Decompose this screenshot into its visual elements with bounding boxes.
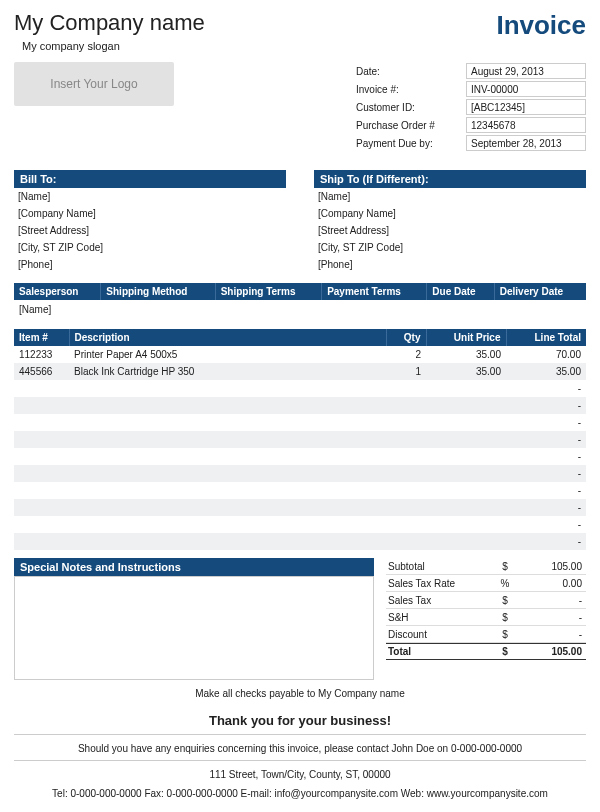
item-qty[interactable] [386,499,426,516]
ship-to-line[interactable]: [Street Address] [314,222,586,239]
item-price[interactable] [426,380,506,397]
item-description[interactable]: Black Ink Cartridge HP 350 [69,363,386,380]
item-price[interactable] [426,414,506,431]
item-line-total: 70.00 [506,346,586,363]
totals-block: Subtotal$105.00 Sales Tax Rate%0.00 Sale… [386,558,586,680]
item-number[interactable] [14,397,69,414]
meta-customer-value[interactable]: [ABC12345] [466,99,586,115]
item-qty[interactable]: 1 [386,363,426,380]
taxrate-value[interactable]: 0.00 [516,575,586,592]
col-shipterms: Shipping Terms [215,283,322,300]
sales-cell[interactable] [494,300,586,319]
item-qty[interactable] [386,533,426,550]
item-description[interactable] [69,397,386,414]
line-item-row[interactable]: - [14,414,586,431]
sales-cell[interactable]: [Name] [14,300,101,319]
item-qty[interactable] [386,380,426,397]
item-qty[interactable] [386,516,426,533]
line-item-row[interactable]: 112233Printer Paper A4 500x5235.0070.00 [14,346,586,363]
bill-to-line[interactable]: [Name] [14,188,286,205]
item-qty[interactable]: 2 [386,346,426,363]
item-price[interactable] [426,465,506,482]
bill-to-line[interactable]: [Street Address] [14,222,286,239]
item-number[interactable] [14,482,69,499]
item-qty[interactable] [386,431,426,448]
item-number[interactable] [14,516,69,533]
meta-po-value[interactable]: 12345678 [466,117,586,133]
item-description[interactable] [69,431,386,448]
sales-cell[interactable] [322,300,427,319]
line-item-row[interactable]: - [14,431,586,448]
total-label: Total [386,643,494,660]
line-item-row[interactable]: - [14,448,586,465]
item-number[interactable] [14,465,69,482]
item-line-total: - [506,397,586,414]
item-number[interactable]: 112233 [14,346,69,363]
item-qty[interactable] [386,465,426,482]
item-price[interactable] [426,448,506,465]
ship-to-line[interactable]: [Name] [314,188,586,205]
line-item-row[interactable]: - [14,380,586,397]
line-item-row[interactable]: 445566Black Ink Cartridge HP 350135.0035… [14,363,586,380]
item-description[interactable] [69,516,386,533]
item-qty[interactable] [386,482,426,499]
line-item-row[interactable]: - [14,533,586,550]
item-description[interactable] [69,499,386,516]
line-item-row[interactable]: - [14,516,586,533]
item-price[interactable] [426,533,506,550]
discount-value[interactable]: - [516,626,586,643]
line-item-row[interactable]: - [14,499,586,516]
sales-cell[interactable] [427,300,494,319]
meta-customer-label: Customer ID: [356,102,466,113]
ship-to-line[interactable]: [Phone] [314,256,586,273]
item-description[interactable] [69,448,386,465]
line-item-row[interactable]: - [14,482,586,499]
item-price[interactable] [426,431,506,448]
ship-to-line[interactable]: [Company Name] [314,205,586,222]
col-item: Item # [14,329,69,346]
subtotal-value: 105.00 [516,558,586,575]
item-qty[interactable] [386,448,426,465]
item-number[interactable] [14,414,69,431]
item-price[interactable] [426,516,506,533]
item-description[interactable] [69,465,386,482]
meta-due-label: Payment Due by: [356,138,466,149]
item-price[interactable]: 35.00 [426,363,506,380]
item-number[interactable] [14,533,69,550]
item-description[interactable] [69,380,386,397]
item-qty[interactable] [386,414,426,431]
sales-cell[interactable] [101,300,215,319]
notes-textarea[interactable] [14,576,374,680]
item-description[interactable] [69,533,386,550]
item-price[interactable] [426,397,506,414]
sh-value[interactable]: - [516,609,586,626]
item-description[interactable]: Printer Paper A4 500x5 [69,346,386,363]
footer-contact: Tel: 0-000-000-0000 Fax: 0-000-000-0000 … [14,788,586,799]
line-item-row[interactable]: - [14,397,586,414]
meta-date-value[interactable]: August 29, 2013 [466,63,586,79]
item-number[interactable] [14,431,69,448]
item-price[interactable] [426,482,506,499]
logo-placeholder[interactable]: Insert Your Logo [14,62,174,106]
item-number[interactable]: 445566 [14,363,69,380]
company-name: My Company name [14,10,205,36]
item-number[interactable] [14,499,69,516]
ship-to-line[interactable]: [City, ST ZIP Code] [314,239,586,256]
item-number[interactable] [14,448,69,465]
item-description[interactable] [69,482,386,499]
bill-to-line[interactable]: [Phone] [14,256,286,273]
item-price[interactable]: 35.00 [426,346,506,363]
bill-to-line[interactable]: [Company Name] [14,205,286,222]
item-description[interactable] [69,414,386,431]
bill-to-line[interactable]: [City, ST ZIP Code] [14,239,286,256]
sales-cell[interactable] [215,300,322,319]
item-price[interactable] [426,499,506,516]
meta-due-value[interactable]: September 28, 2013 [466,135,586,151]
sales-row[interactable]: [Name] [14,300,586,319]
meta-invoice-value[interactable]: INV-00000 [466,81,586,97]
item-number[interactable] [14,380,69,397]
col-duedate: Due Date [427,283,494,300]
line-item-row[interactable]: - [14,465,586,482]
col-description: Description [69,329,386,346]
item-qty[interactable] [386,397,426,414]
